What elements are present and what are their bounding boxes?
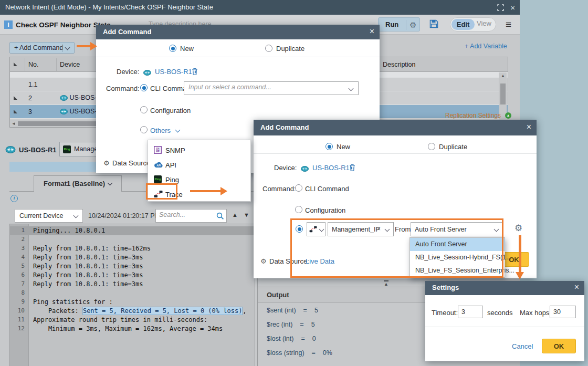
radio-configuration-label[interactable]: Configuration [150,107,191,114]
edit-view-toggle: Edit View [450,17,496,32]
radio-duplicate[interactable] [428,143,435,150]
gear-icon[interactable]: ⚙ [103,159,110,167]
cancel-button[interactable]: Cancel [512,342,533,350]
radio-cli-command[interactable] [140,84,148,91]
dialog-device-name[interactable]: US-BOS-R1 [155,68,192,76]
trash-icon[interactable] [349,164,355,173]
close-icon[interactable]: × [510,3,515,12]
dropdown-option[interactable]: NB_Live_Session-Hybrid_FS(1... [410,251,505,264]
radio-others-label[interactable]: Others [150,127,171,134]
device-source-select[interactable]: Current Device [15,209,83,223]
chevron-down-icon[interactable] [175,128,181,133]
replication-settings-link[interactable]: Replication Settings [445,112,501,119]
ok-button[interactable]: OK [542,339,576,353]
collapse-panel-icon[interactable]: ▲ [384,280,388,287]
search-input[interactable] [159,211,212,218]
code-line[interactable]: 9 Ping statistics for : [10,298,255,307]
radio-new[interactable] [326,143,333,150]
radio-others[interactable] [140,126,148,133]
trace-settings-gear-icon[interactable]: ⚙ [514,224,522,233]
radio-new-label[interactable]: New [180,45,194,53]
router-icon [5,146,16,155]
clear-icon[interactable]: × [376,225,381,233]
radio-new[interactable] [169,45,176,52]
search-icon[interactable] [216,212,224,220]
chevron-down-icon[interactable] [349,86,354,91]
add-variable-link[interactable]: + Add Variable [465,43,507,50]
radio-configuration-label[interactable]: Configuration [305,206,345,214]
search-box[interactable] [155,209,227,223]
code-line[interactable]: 4 Reply from 10.8.0.1: time=3ms [10,253,255,262]
dialog-header[interactable]: Settings × [425,281,584,295]
radio-configuration[interactable] [140,106,148,113]
timeout-input[interactable] [458,306,483,318]
dialog-header[interactable]: Add Command × [96,25,380,39]
maximize-icon[interactable] [497,4,504,13]
expander-icon[interactable] [14,96,17,100]
cli-command-combo[interactable] [184,81,359,95]
trace-type-select[interactable] [307,222,326,236]
find-previous-icon[interactable]: ▲ [232,212,238,218]
radio-duplicate-label[interactable]: Duplicate [276,45,304,53]
run-button[interactable]: Run [385,20,398,28]
menu-item-ping[interactable]: Ping Ping [148,172,250,187]
dropdown-option[interactable]: Auto Front Server [410,238,505,251]
data-source-value[interactable]: Live Data [306,257,334,265]
code-line[interactable]: 12 Minimum = 3ms, Maximum = 162ms, Avera… [10,325,255,333]
highlighted-variable-text[interactable]: Sent = 5, Received = 5, Lost = 0 (0% los… [82,307,243,315]
chevron-down-icon[interactable] [494,227,499,232]
dialog-device-name[interactable]: US-BOS-R1 [312,164,350,172]
code-line[interactable]: 3 Reply from 10.8.0.1: time=162ms [10,244,255,253]
format-tab[interactable]: Format1 (Baseline) [34,175,122,192]
chevron-down-icon[interactable] [385,227,390,232]
add-command-dropdown-chevron-icon[interactable] [65,45,70,50]
code-line[interactable]: 2 [10,235,255,244]
front-server-select[interactable]: Auto Front Server [411,222,503,236]
chevron-down-icon[interactable] [319,227,324,232]
code-line[interactable]: 5 Reply from 10.8.0.1: time=3ms [10,262,255,271]
scroll-up-icon[interactable]: ▲ [501,74,505,78]
radio-duplicate-label[interactable]: Duplicate [439,143,467,151]
edit-tab[interactable]: Edit [452,19,475,30]
radio-duplicate[interactable] [265,45,272,52]
view-tab[interactable]: View [477,19,491,27]
code-line[interactable]: 7 Reply from 10.8.0.1: time=3ms [10,280,255,289]
menu-item-snmp[interactable]: SNMP SNMP [148,143,250,158]
save-icon[interactable] [429,19,438,30]
dropdown-option[interactable]: NB_Live_FS_Session_Enterpris... [410,264,505,277]
code-line[interactable]: 6 Reply from 10.8.0.1: time=3ms [10,271,255,280]
radio-cli-command[interactable] [295,184,302,192]
command-output-editor[interactable]: 1 Pinging... 10.8.0.1 2 3 Reply from 10.… [9,224,255,366]
trash-icon[interactable] [192,68,198,77]
dialog-header[interactable]: Add Command × [254,120,537,135]
info-icon[interactable]: i [10,195,18,202]
max-hops-input[interactable] [550,306,576,318]
add-command-button[interactable]: + Add Command [9,42,75,54]
scrollbar-thumb[interactable] [18,121,97,126]
radio-cli-label[interactable]: CLI Command [305,185,349,193]
ping-icon: Ping [63,145,71,153]
menu-item-trace[interactable]: Trace [148,187,250,202]
close-icon[interactable]: × [527,122,531,132]
find-next-icon[interactable]: ▼ [244,212,249,218]
radio-configuration[interactable] [295,206,302,213]
close-icon[interactable]: × [574,283,579,292]
menu-icon[interactable]: ≡ [506,19,511,30]
expander-icon[interactable] [14,62,17,66]
menu-item-api[interactable]: API API [148,158,250,172]
radio-new-label[interactable]: New [337,143,350,151]
close-icon[interactable]: × [370,27,374,36]
cli-command-input[interactable] [188,83,336,91]
radio-trace-command[interactable] [296,225,303,233]
expander-icon[interactable] [14,110,17,113]
gear-icon[interactable]: ⚙ [260,257,267,265]
code-line[interactable]: 11 Approximate round trip times in milli… [10,316,255,325]
code-line[interactable]: 10 Packets: Sent = 5, Received = 5, Lost… [10,307,255,316]
run-settings-gear-icon[interactable]: ⚙ [410,21,416,29]
scrollbar-thumb[interactable] [500,83,506,104]
chevron-down-icon[interactable] [108,181,113,186]
variable-combo[interactable]: Management_IP × [328,222,394,236]
code-line[interactable]: 1 Pinging... 10.8.0.1 [10,226,255,235]
scroll-left-icon[interactable]: ◄ [12,121,16,126]
code-line[interactable]: 8 [10,289,255,298]
